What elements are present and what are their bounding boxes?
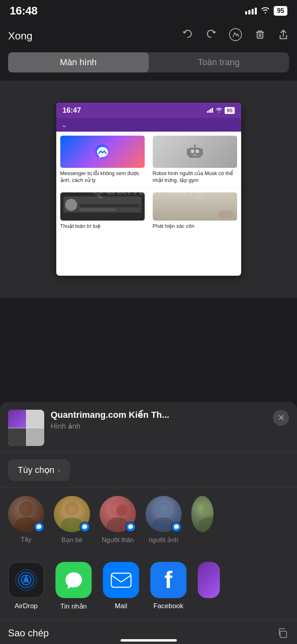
browser-status-icons: 95 [207, 107, 234, 114]
thumb-cell-4 [27, 428, 45, 446]
svg-rect-12 [193, 154, 197, 156]
news-title-2: Robot hình người của Musk có thể nhặt tr… [153, 170, 237, 184]
svg-rect-4 [207, 111, 208, 113]
news-item-1: Messenger bị lỗi không xem được ảnh, các… [56, 132, 149, 188]
contact-badge-4 [171, 522, 182, 532]
close-icon: ✕ [278, 413, 285, 423]
svg-point-16 [19, 502, 33, 516]
copy-label: Sao chép [8, 627, 49, 639]
share-header: Quantrimang.com Kiến Th... Hình ảnh ✕ [0, 402, 297, 453]
contact-avatar-wrap-1 [8, 496, 44, 532]
markup-icon[interactable] [229, 28, 242, 44]
segment-option-fullpage[interactable]: Toàn trang [149, 52, 289, 72]
facebook-label: Facebook [154, 602, 184, 610]
thumb-cell-3 [8, 428, 26, 446]
options-section: Tùy chọn › [0, 453, 297, 488]
browser-url-bar: ⌄ [56, 118, 241, 132]
delete-icon[interactable] [254, 29, 266, 43]
thumb-cell-1 [8, 410, 26, 428]
contact-avatar-5 [191, 496, 213, 532]
undo-icon[interactable] [182, 29, 193, 43]
contact-name-3: Người thân [102, 536, 134, 544]
options-button[interactable]: Tùy chọn › [8, 459, 70, 481]
contact-badge-1 [34, 522, 44, 532]
browser-status-bar: 16:47 95 [56, 103, 241, 118]
share-meta: Quantrimang.com Kiến Th... Hình ảnh [51, 410, 266, 431]
segment-option-screen[interactable]: Màn hình [8, 52, 149, 72]
contact-name-4: người ảnh [149, 536, 178, 544]
airdrop-app-icon [8, 562, 44, 598]
contact-badge-3 [125, 522, 136, 532]
battery-level: 95 [277, 7, 284, 14]
messages-app-icon [55, 562, 92, 598]
share-subtitle: Hình ảnh [51, 422, 266, 431]
contact-item-2[interactable]: Bạn bè [54, 496, 90, 544]
svg-rect-5 [209, 110, 210, 113]
svg-point-23 [156, 502, 171, 516]
browser-preview: 16:47 95 ⌄ [56, 103, 241, 276]
svg-rect-32 [111, 573, 131, 587]
contact-avatar-wrap-4 [145, 496, 182, 532]
svg-rect-14 [187, 149, 189, 156]
options-label: Tùy chọn [18, 465, 54, 475]
news-title-3: Thuật toán trí tuệ [60, 223, 145, 230]
contact-avatar-wrap-2 [54, 496, 90, 532]
toolbar-actions [182, 28, 289, 44]
signal-bar-2 [248, 10, 250, 14]
share-title: Quantrimang.com Kiến Th... [51, 410, 266, 420]
news-item-2: Robot hình người của Musk có thể nhặt tr… [149, 132, 241, 188]
app-item-facebook[interactable]: f Facebook [150, 562, 186, 610]
app-item-mail[interactable]: Mail [103, 562, 139, 610]
mail-app-icon [103, 562, 139, 598]
svg-rect-15 [201, 149, 203, 156]
share-close-button[interactable]: ✕ [273, 410, 289, 426]
news-title-1: Messenger bị lỗi không xem được ảnh, các… [60, 170, 145, 184]
done-button[interactable]: Xong [8, 30, 33, 42]
contact-name-2: Bạn bè [61, 536, 82, 544]
signal-bar-4 [255, 8, 257, 14]
signal-bars-icon [245, 7, 257, 14]
app-item-partial[interactable] [198, 562, 220, 598]
svg-rect-13 [194, 144, 196, 149]
svg-rect-33 [280, 631, 287, 638]
svg-rect-1 [257, 32, 263, 38]
contact-avatar-wrap-5 [191, 496, 213, 532]
svg-rect-6 [210, 109, 211, 113]
thumb-cell-2 [27, 410, 45, 428]
news-grid: Messenger bị lỗi không xem được ảnh, các… [56, 132, 241, 234]
svg-rect-7 [212, 108, 213, 113]
share-sheet: Quantrimang.com Kiến Th... Hình ảnh ✕ Tù… [0, 402, 297, 644]
svg-point-26 [198, 517, 213, 532]
contact-name-1: Tây [21, 536, 32, 543]
messages-label: Tin nhắn [60, 602, 87, 611]
partial-app-icon [198, 562, 220, 598]
screenshot-area: 16:47 95 ⌄ [0, 80, 297, 298]
toolbar: Xong [0, 22, 297, 50]
news-item-3: Thuật toán trí tuệ [56, 188, 149, 234]
svg-point-21 [116, 505, 127, 516]
browser-time: 16:47 [63, 106, 81, 115]
app-item-messages[interactable]: Tin nhắn [55, 562, 92, 611]
contact-item-3[interactable]: Người thân [100, 496, 136, 544]
wifi-icon [261, 6, 270, 16]
share-icon[interactable] [278, 29, 289, 43]
svg-rect-10 [191, 150, 194, 153]
share-thumbnail [8, 410, 44, 446]
airdrop-label: AirDrop [14, 602, 38, 610]
news-item-4: Phát hiện xác côn [149, 188, 241, 234]
facebook-app-icon: f [150, 562, 186, 598]
battery-indicator: 95 [274, 6, 287, 16]
mail-label: Mail [115, 602, 127, 610]
contacts-row: Tây Bạn bè [0, 488, 297, 552]
contact-item-4[interactable]: người ảnh [145, 496, 182, 544]
signal-bar-3 [252, 9, 254, 14]
contact-item-1[interactable]: Tây [8, 496, 44, 544]
status-icons: 95 [245, 6, 287, 16]
app-item-airdrop[interactable]: AirDrop [8, 562, 44, 610]
app-row: AirDrop Tin nhắn Mail f [0, 552, 297, 621]
contact-badge-2 [80, 522, 90, 532]
svg-rect-11 [196, 150, 199, 153]
contact-item-5[interactable] [191, 496, 213, 544]
home-indicator [121, 639, 177, 642]
redo-icon[interactable] [205, 29, 217, 43]
